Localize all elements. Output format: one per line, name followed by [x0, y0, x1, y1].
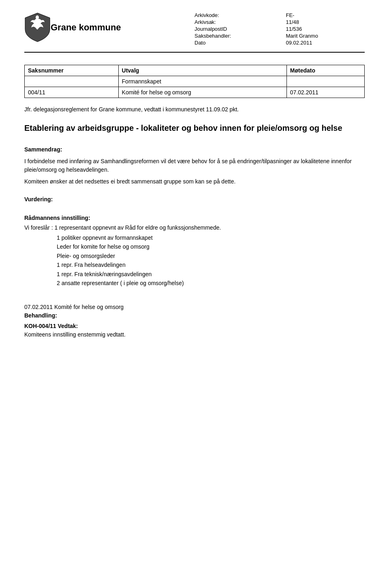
- cell-motedato-2: 07.02.2011: [286, 87, 364, 98]
- behandling-title: Behandling:: [24, 312, 365, 319]
- page-header: Grane kommune Arkivkode: FE- Arkivsak: 1…: [24, 12, 365, 53]
- cell-saksnummer-1: [25, 76, 119, 87]
- table-row: 004/11 Komité for helse og omsorg 07.02.…: [25, 87, 365, 98]
- footer-date: 07.02.2011 Komité for helse og omsorg: [24, 304, 365, 310]
- cell-saksnummer-2: 004/11: [25, 87, 119, 98]
- col-header-saksnummer: Saksnummer: [25, 65, 119, 76]
- arkivkode-value: FE-: [286, 12, 365, 18]
- journalpostid-value: 11/536: [286, 26, 365, 32]
- dato-value: 09.02.2011: [286, 40, 365, 46]
- jfr-line: Jfr. delegasjonsreglement for Grane komm…: [24, 106, 365, 113]
- header-meta: Arkivkode: FE- Arkivsak: 11/48 Journalpo…: [194, 12, 365, 46]
- vedtak-content: Komiteens innstilling enstemmig vedtatt.: [24, 331, 365, 338]
- main-title: Etablering av arbeidsgruppe - lokalitete…: [24, 123, 365, 133]
- arkivkode-label: Arkivkode:: [194, 12, 278, 18]
- sammendrag-title: Sammendrag:: [24, 145, 365, 154]
- list-item: 1 politiker oppnevnt av formannskapet: [57, 233, 365, 242]
- arkivsak-label: Arkivsak:: [194, 19, 278, 25]
- sammendrag-para1: I forbindelse med innføring av Samhandli…: [24, 157, 365, 174]
- radmann-section: Rådmannens innstilling: Vi foreslår : 1 …: [24, 215, 365, 288]
- list-item: 1 repr. Fra helseavdelingen: [57, 260, 365, 269]
- meta-table: Saksnummer Utvalg Møtedato Formannskapet…: [24, 65, 365, 98]
- radmann-list: 1 politiker oppnevnt av formannskapet Le…: [57, 233, 365, 288]
- col-header-motedato: Møtedato: [286, 65, 364, 76]
- radmann-intro: Vi foreslår : 1 representant oppnevnt av…: [24, 224, 365, 231]
- journalpostid-label: JournalpostID: [194, 26, 278, 32]
- sammendrag-para2: Komiteen ønsker at det nedsettes ei bred…: [24, 177, 365, 186]
- cell-motedato-1: [286, 76, 364, 87]
- cell-utvalg-2: Komité for helse og omsorg: [118, 87, 286, 98]
- saksbehandler-label: Saksbehandler:: [194, 33, 278, 39]
- header-left: Grane kommune: [24, 12, 194, 43]
- table-row: Formannskapet: [25, 76, 365, 87]
- arkivsak-value: 11/48: [286, 19, 365, 25]
- dato-label: Dato: [194, 40, 278, 46]
- list-item: Leder for komite for helse og omsorg: [57, 242, 365, 251]
- vedtak-title: KOH-004/11 Vedtak:: [24, 323, 365, 329]
- list-item: Pleie- og omsorgsleder: [57, 251, 365, 260]
- saksbehandler-value: Marit Granmo: [286, 33, 365, 39]
- radmann-title: Rådmannens innstilling:: [24, 215, 365, 221]
- sammendrag-section: Sammendrag: I forbindelse med innføring …: [24, 145, 365, 186]
- list-item: 1 repr. Fra teknisk/næringsavdelingen: [57, 270, 365, 279]
- footer-section: 07.02.2011 Komité for helse og omsorg Be…: [24, 304, 365, 338]
- col-header-utvalg: Utvalg: [118, 65, 286, 76]
- kommune-logo: [24, 12, 51, 43]
- vurdering-title: Vurdering:: [24, 196, 365, 202]
- vurdering-section: Vurdering:: [24, 196, 365, 202]
- cell-utvalg-1: Formannskapet: [118, 76, 286, 87]
- org-name: Grane kommune: [51, 22, 121, 33]
- list-item: 2 ansatte representanter ( i pleie og om…: [57, 279, 365, 288]
- svg-point-0: [36, 15, 39, 19]
